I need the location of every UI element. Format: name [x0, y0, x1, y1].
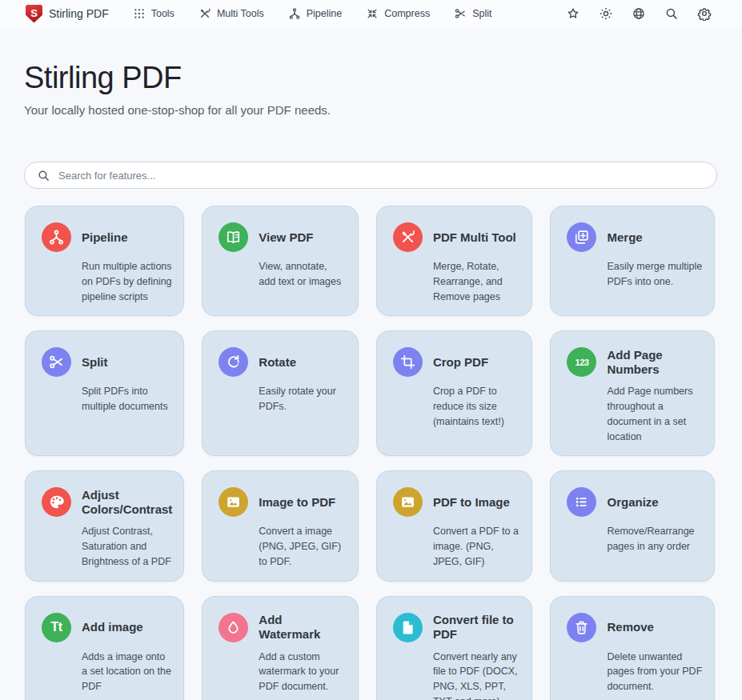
file-icon: [393, 613, 423, 642]
card-title: Add image: [82, 620, 172, 634]
crop-icon: [393, 347, 423, 377]
card-title: Image to PDF: [259, 495, 347, 510]
compress-icon: [366, 7, 379, 20]
search-input[interactable]: [24, 162, 717, 189]
scissors-icon: [454, 7, 467, 20]
card-description: Merge, Rotate, Rearrange, and Remove pag…: [433, 259, 521, 304]
apps-icon: [133, 7, 146, 20]
top-navbar: S Stirling PDF Tools Multi Tools Pipelin…: [0, 0, 742, 27]
tool-card-merge[interactable]: Merge Easily merge multiple PDFs into on…: [550, 206, 715, 316]
merge-icon: [567, 222, 596, 252]
card-description: Convert a image (PNG, JPEG, GIF) to PDF.: [259, 524, 347, 569]
tool-card-add-watermark[interactable]: Add Watermark Add a custom watermark to …: [202, 596, 359, 700]
droplet-icon: [219, 613, 248, 642]
trash-icon: [567, 613, 596, 642]
card-title: Convert file to PDF: [433, 613, 521, 642]
card-description: Split PDFs into multiple documents: [82, 384, 172, 414]
stirling-logo-icon: S: [26, 5, 42, 23]
rotate-icon: [219, 347, 248, 377]
book-open-icon: [219, 222, 248, 252]
text-Tt-icon: Tt: [42, 613, 71, 642]
tool-card-organize[interactable]: Organize Remove/Rearrange pages in any o…: [550, 470, 715, 581]
card-title: PDF to Image: [433, 495, 521, 510]
stirling-pdf-home: S Stirling PDF Tools Multi Tools Pipelin…: [0, 0, 742, 700]
tool-card-add-page-numbers[interactable]: 123 Add Page Numbers Add Page numbers th…: [550, 330, 715, 456]
card-description: Easily merge multiple PDFs into one.: [607, 259, 703, 290]
pipeline-icon: [288, 7, 301, 20]
card-title: Organize: [607, 495, 703, 510]
feature-search: [24, 162, 717, 189]
card-description: Delete unwanted pages from your PDF docu…: [607, 650, 703, 694]
tool-card-view-pdf[interactable]: View PDF View, annotate, add text or ima…: [202, 206, 359, 316]
nav-actions: [566, 6, 712, 21]
card-description: Convert a PDF to a image. (PNG, JPEG, GI…: [433, 524, 521, 569]
tools-icon: [199, 7, 211, 20]
tool-card-pdf-multi-tool[interactable]: PDF Multi Tool Merge, Rotate, Rearrange,…: [376, 206, 533, 316]
nav-item-multi-tools[interactable]: Multi Tools: [199, 7, 264, 20]
scissors-icon: [42, 347, 71, 377]
card-description: Run multiple actions on PDFs by defining…: [82, 259, 172, 304]
page-subtitle: Your locally hosted one-stop-shop for al…: [24, 103, 718, 117]
tool-card-split[interactable]: Split Split PDFs into multiple documents: [25, 330, 184, 456]
card-description: Add Page numbers throughout a document i…: [607, 384, 703, 444]
card-title: Remove: [607, 620, 703, 634]
nav-item-compress[interactable]: Compress: [366, 7, 430, 20]
card-description: Add a custom watermark to your PDF docum…: [259, 650, 347, 694]
tools-icon: [393, 222, 423, 252]
image-icon: [219, 487, 248, 517]
nav-menu: Tools Multi Tools Pipeline Compress Spli…: [133, 7, 492, 20]
tool-card-convert-file-to-pdf[interactable]: Convert file to PDF Convert nearly any f…: [376, 596, 533, 700]
tool-card-adjust-colors-contrast[interactable]: Adjust Colors/Contrast Adjust Contrast, …: [25, 470, 184, 581]
nav-item-tools[interactable]: Tools: [133, 7, 174, 20]
card-title: View PDF: [259, 230, 347, 245]
sun-icon[interactable]: [599, 6, 613, 21]
search-icon[interactable]: [664, 6, 679, 21]
tool-card-pipeline[interactable]: Pipeline Run multiple actions on PDFs by…: [25, 206, 184, 316]
tool-card-image-to-pdf[interactable]: Image to PDF Convert a image (PNG, JPEG,…: [202, 470, 359, 581]
card-description: Adds a image onto a set location on the …: [82, 650, 172, 694]
tool-card-rotate[interactable]: Rotate Easily rotate your PDFs.: [202, 330, 359, 456]
card-description: View, annotate, add text or images: [259, 259, 347, 290]
card-title: PDF Multi Tool: [433, 230, 521, 245]
brand-label: Stirling PDF: [49, 7, 109, 20]
card-title: Rotate: [259, 355, 347, 370]
card-description: Remove/Rearrange pages in any order: [607, 524, 703, 554]
card-description: Crop a PDF to reduce its size (maintains…: [433, 384, 521, 429]
gear-icon[interactable]: [697, 6, 712, 21]
card-title: Merge: [607, 230, 703, 245]
star-icon[interactable]: [566, 6, 580, 21]
tool-card-add-image[interactable]: Tt Add image Adds a image onto a set loc…: [25, 596, 184, 700]
brand-home-link[interactable]: S Stirling PDF: [26, 5, 109, 23]
card-title: Split: [82, 355, 172, 370]
globe-icon[interactable]: [632, 6, 646, 21]
numbers-123-icon: 123: [567, 347, 596, 377]
nav-item-label: Multi Tools: [217, 8, 264, 19]
card-title: Adjust Colors/Contrast: [82, 488, 172, 517]
hero-section: Stirling PDF Your locally hosted one-sto…: [0, 27, 742, 117]
list-icon: [567, 487, 596, 517]
card-title: Add Page Numbers: [607, 348, 703, 377]
tool-card-pdf-to-image[interactable]: PDF to Image Convert a PDF to a image. (…: [376, 470, 533, 581]
card-description: Adjust Contrast, Saturation and Brightne…: [82, 524, 172, 569]
card-title: Pipeline: [82, 230, 172, 245]
page-title: Stirling PDF: [24, 61, 718, 95]
nav-item-pipeline[interactable]: Pipeline: [288, 7, 342, 20]
card-title: Add Watermark: [259, 613, 347, 642]
nav-item-split[interactable]: Split: [454, 7, 491, 20]
card-title: Crop PDF: [433, 355, 521, 370]
tool-card-grid: Pipeline Run multiple actions on PDFs by…: [25, 206, 715, 700]
nav-item-label: Compress: [384, 8, 430, 19]
pipeline-icon: [42, 222, 71, 252]
tool-card-remove[interactable]: Remove Delete unwanted pages from your P…: [550, 596, 715, 700]
nav-item-label: Tools: [151, 8, 174, 19]
nav-item-label: Split: [472, 8, 491, 19]
nav-item-label: Pipeline: [307, 8, 342, 19]
card-description: Convert nearly any file to PDF (DOCX, PN…: [433, 650, 521, 700]
tool-card-crop-pdf[interactable]: Crop PDF Crop a PDF to reduce its size (…: [376, 330, 533, 456]
card-description: Easily rotate your PDFs.: [259, 384, 347, 414]
palette-icon: [42, 487, 71, 517]
image-icon: [393, 487, 423, 517]
